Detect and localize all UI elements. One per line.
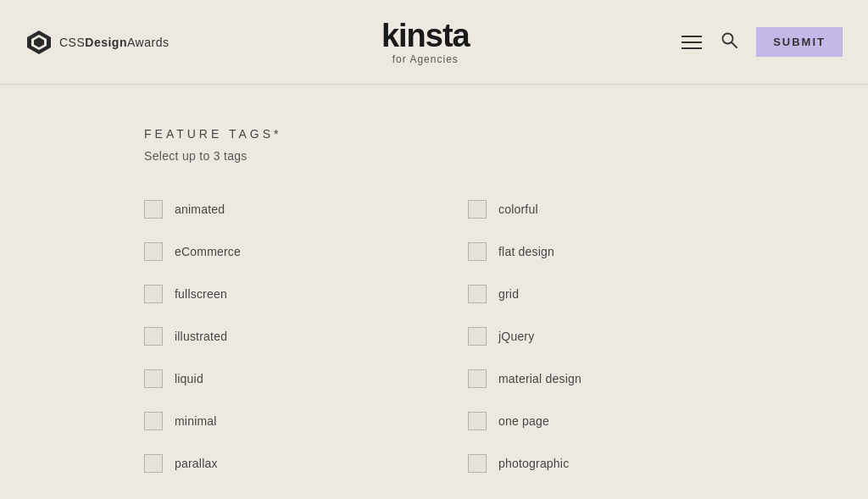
tag-label-liquid[interactable]: liquid — [175, 372, 203, 385]
tag-label-parallax[interactable]: parallax — [175, 457, 218, 470]
search-icon[interactable] — [721, 31, 737, 53]
tag-label-illustrated[interactable]: illustrated — [175, 330, 227, 343]
kinsta-subtitle: for Agencies — [381, 53, 470, 65]
svg-line-4 — [732, 42, 737, 47]
tag-item: liquid — [144, 358, 400, 400]
submit-button[interactable]: SUBMIT — [756, 27, 843, 57]
tag-checkbox-jquery[interactable] — [468, 327, 487, 346]
tag-item: animated — [144, 188, 400, 230]
header-left: CSSDesignAwards — [25, 29, 169, 56]
css-design-awards-logo-icon — [25, 29, 53, 56]
tag-checkbox-parallax[interactable] — [144, 454, 163, 473]
tag-checkbox-grid[interactable] — [468, 285, 487, 303]
tag-checkbox-illustrated[interactable] — [144, 327, 163, 346]
tag-checkbox-fullscreen[interactable] — [144, 285, 163, 303]
header-right: SUBMIT — [682, 27, 843, 57]
tag-item: grid — [468, 273, 724, 315]
tag-label-one-page[interactable]: one page — [498, 414, 549, 428]
tag-checkbox-one-page[interactable] — [468, 412, 487, 430]
tag-item: fullscreen — [144, 273, 400, 315]
tag-checkbox-colorful[interactable] — [468, 200, 487, 219]
kinsta-logo-title: kinsta — [381, 19, 470, 52]
tags-column-left: animatedeCommercefullscreenillustratedli… — [144, 188, 400, 485]
tag-label-animated[interactable]: animated — [175, 202, 225, 216]
tag-checkbox-ecommerce[interactable] — [144, 242, 163, 261]
tag-label-material-design[interactable]: material design — [498, 372, 581, 385]
tag-checkbox-material-design[interactable] — [468, 369, 487, 388]
header-center: kinsta for Agencies — [381, 19, 470, 65]
tag-label-fullscreen[interactable]: fullscreen — [175, 287, 227, 301]
tag-label-jquery[interactable]: jQuery — [498, 330, 534, 343]
brand-name: CSSDesignAwards — [59, 36, 169, 49]
tag-item: colorful — [468, 188, 724, 230]
tag-checkbox-animated[interactable] — [144, 200, 163, 219]
tag-checkbox-liquid[interactable] — [144, 369, 163, 388]
tag-label-minimal[interactable]: minimal — [175, 414, 217, 428]
tag-label-grid[interactable]: grid — [498, 287, 519, 301]
tag-item: material design — [468, 358, 724, 400]
tag-label-colorful[interactable]: colorful — [498, 202, 538, 216]
tag-item: illustrated — [144, 315, 400, 358]
tag-label-photographic[interactable]: photographic — [498, 457, 569, 470]
tag-label-flat-design[interactable]: flat design — [498, 245, 554, 258]
main-content: FEATURE TAGS* Select up to 3 tags animat… — [0, 85, 868, 499]
tag-item: jQuery — [468, 315, 724, 358]
tag-label-ecommerce[interactable]: eCommerce — [175, 245, 241, 258]
hamburger-menu-icon[interactable] — [682, 36, 702, 49]
tag-checkbox-photographic[interactable] — [468, 454, 487, 473]
tags-column-right: colorfulflat designgridjQuerymaterial de… — [468, 188, 724, 485]
tag-item: photographic — [468, 442, 724, 485]
feature-tags-subtitle: Select up to 3 tags — [144, 149, 724, 163]
header: CSSDesignAwards kinsta for Agencies SUBM… — [0, 0, 868, 85]
feature-tags-title: FEATURE TAGS* — [144, 127, 724, 141]
tag-item: minimal — [144, 400, 400, 442]
tag-checkbox-flat-design[interactable] — [468, 242, 487, 261]
tag-item: eCommerce — [144, 230, 400, 273]
tag-checkbox-minimal[interactable] — [144, 412, 163, 430]
tag-item: parallax — [144, 442, 400, 485]
tag-item: flat design — [468, 230, 724, 273]
tags-grid: animatedeCommercefullscreenillustratedli… — [144, 188, 724, 485]
tag-item: one page — [468, 400, 724, 442]
